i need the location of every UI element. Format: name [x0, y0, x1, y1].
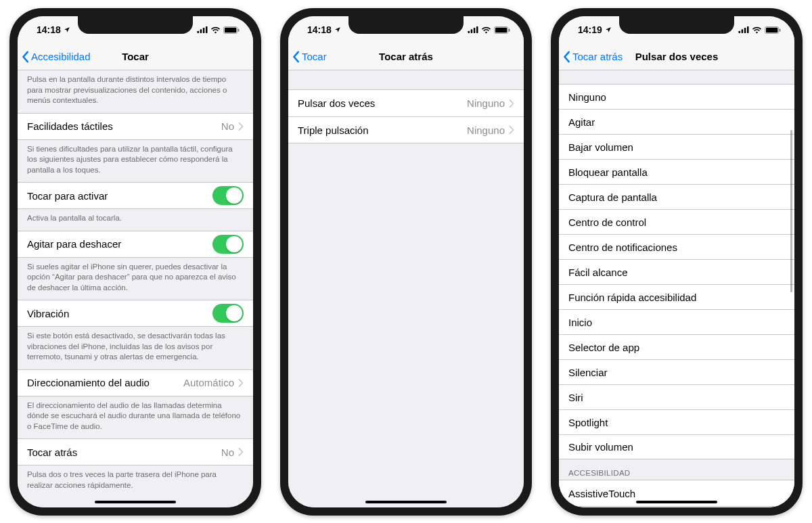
battery-icon	[494, 26, 510, 34]
option-row[interactable]: Bloquear pantalla	[559, 159, 794, 184]
tocar-atras-footer: Pulsa dos o tres veces la parte trasera …	[18, 465, 253, 497]
home-indicator[interactable]	[365, 501, 447, 503]
agitar-toggle[interactable]	[212, 235, 244, 254]
option-row[interactable]: Centro de control	[559, 209, 794, 234]
option-label: Silenciar	[568, 367, 608, 378]
svg-rect-3	[206, 26, 208, 33]
svg-rect-6	[238, 28, 240, 32]
option-row[interactable]: Silenciar	[559, 359, 794, 384]
row-value: Ninguno	[467, 97, 505, 109]
status-time: 14:18	[37, 24, 61, 35]
vibracion-toggle[interactable]	[212, 304, 244, 323]
nav-bar: Accesibilidad Tocar	[18, 43, 253, 70]
svg-rect-0	[198, 31, 200, 33]
svg-rect-2	[203, 28, 205, 33]
home-indicator[interactable]	[95, 501, 176, 503]
option-label: Agitar	[568, 116, 595, 128]
audio-footer: El direccionamiento del audio de las lla…	[18, 396, 253, 439]
svg-rect-9	[474, 28, 476, 33]
option-label: Fácil alcance	[568, 267, 628, 278]
option-row[interactable]: Bajar volumen	[559, 134, 794, 159]
settings-content[interactable]: Pulsar dos veces Ninguno Triple pulsació…	[288, 70, 524, 507]
chevron-left-icon	[292, 51, 300, 63]
option-row[interactable]: Spotlight	[559, 409, 794, 434]
row-label: Tocar para activar	[27, 190, 108, 202]
option-row[interactable]: Función rápida accesibilidad	[559, 284, 794, 309]
pulsar-dos-veces-row[interactable]: Pulsar dos veces Ninguno	[288, 89, 524, 116]
chevron-right-icon	[238, 379, 244, 387]
option-row[interactable]: Subir volumen	[559, 434, 794, 459]
svg-rect-14	[739, 31, 741, 33]
phone-2: 14:18 Tocar Tocar atrás Pulsar dos veces…	[280, 8, 532, 516]
tocar-activar-toggle[interactable]	[212, 186, 244, 205]
option-row[interactable]: Fácil alcance	[559, 259, 794, 284]
svg-rect-5	[225, 27, 236, 32]
option-label: Centro de control	[568, 217, 646, 228]
notch	[619, 16, 734, 34]
triple-pulsacion-row[interactable]: Triple pulsación Ninguno	[288, 116, 524, 143]
vibracion-row[interactable]: Vibración	[18, 300, 253, 327]
wifi-icon	[752, 26, 762, 34]
svg-rect-17	[747, 26, 749, 33]
option-row[interactable]: Captura de pantalla	[559, 184, 794, 209]
row-label: Tocar atrás	[27, 447, 77, 458]
option-row[interactable]: Siri	[559, 384, 794, 409]
row-value: Automático	[183, 377, 234, 388]
agitar-footer: Si sueles agitar el iPhone sin querer, p…	[18, 258, 253, 300]
back-button[interactable]: Accesibilidad	[18, 51, 91, 63]
row-label: AssistiveTouch	[568, 488, 635, 499]
cellular-icon	[468, 26, 478, 33]
phone-screen: 14:18 Accesibilidad Tocar Pulsa en la pa…	[18, 16, 253, 507]
svg-rect-20	[780, 28, 781, 32]
agitar-row[interactable]: Agitar para deshacer	[18, 231, 253, 258]
tocar-activar-row[interactable]: Tocar para activar	[18, 182, 253, 209]
accesibilidad-header: ACCESIBILIDAD	[559, 459, 794, 480]
tocar-atras-row[interactable]: Tocar atrás No	[18, 438, 253, 465]
audio-row[interactable]: Direccionamiento del audio Automático	[18, 369, 253, 396]
settings-content[interactable]: Pulsa en la pantalla durante distintos i…	[18, 70, 253, 507]
status-time: 14:19	[578, 24, 602, 35]
facilidades-footer: Si tienes dificultades para utilizar la …	[18, 140, 253, 183]
facilidades-tactiles-row[interactable]: Facilidades táctiles No	[18, 113, 253, 140]
back-label: Tocar atrás	[572, 51, 623, 62]
option-row[interactable]: Inicio	[559, 309, 794, 334]
option-label: Selector de app	[568, 342, 639, 353]
row-value: No	[221, 447, 234, 458]
chevron-right-icon	[238, 448, 244, 456]
back-button[interactable]: Tocar	[288, 51, 327, 63]
cellular-icon	[197, 26, 208, 33]
svg-rect-8	[471, 29, 473, 33]
status-time: 14:18	[307, 24, 332, 35]
tocar-activar-footer: Activa la pantalla al tocarla.	[18, 209, 253, 231]
row-label: Facilidades táctiles	[27, 120, 113, 132]
nav-bar: Tocar Tocar atrás	[288, 43, 524, 70]
row-label: Agitar para deshacer	[27, 238, 121, 250]
option-label: Ninguno	[568, 91, 606, 103]
notch	[78, 16, 193, 34]
row-label: Vibración	[27, 308, 69, 319]
location-icon	[64, 26, 70, 33]
battery-icon	[765, 26, 781, 34]
option-row[interactable]: Ninguno	[559, 84, 794, 109]
option-label: Captura de pantalla	[568, 191, 657, 203]
phone-3: 14:19 Tocar atrás Pulsar dos veces Ningu…	[551, 8, 803, 516]
option-row[interactable]: Selector de app	[559, 334, 794, 359]
intro-footer: Pulsa en la pantalla durante distintos i…	[18, 70, 253, 113]
svg-rect-10	[476, 26, 478, 33]
option-label: Siri	[568, 392, 583, 403]
vibracion-footer: Si este botón está desactivado, se desac…	[18, 327, 253, 369]
row-label: Direccionamiento del audio	[27, 377, 150, 388]
svg-rect-16	[744, 28, 746, 33]
option-row[interactable]: Centro de notificaciones	[559, 234, 794, 259]
chevron-right-icon	[509, 126, 514, 134]
option-label: Inicio	[568, 317, 592, 328]
home-indicator[interactable]	[636, 501, 717, 503]
option-label: Spotlight	[568, 417, 608, 428]
option-row[interactable]: Agitar	[559, 109, 794, 134]
row-label: Triple pulsación	[298, 124, 369, 136]
phone-screen: 14:18 Tocar Tocar atrás Pulsar dos veces…	[288, 16, 524, 507]
settings-content[interactable]: NingunoAgitarBajar volumenBloquear panta…	[559, 70, 794, 507]
back-button[interactable]: Tocar atrás	[559, 51, 623, 63]
svg-rect-12	[495, 27, 507, 32]
location-icon	[334, 26, 341, 33]
